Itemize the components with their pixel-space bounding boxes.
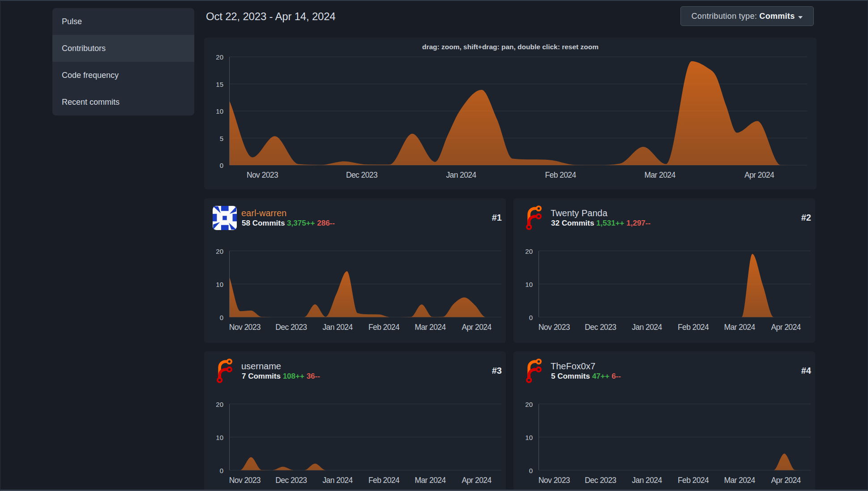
svg-text:Feb 2024: Feb 2024 — [368, 476, 400, 485]
svg-text:Apr 2024: Apr 2024 — [744, 171, 774, 179]
svg-text:Dec 2023: Dec 2023 — [346, 171, 377, 179]
svg-text:Nov 2023: Nov 2023 — [539, 476, 570, 485]
svg-text:10: 10 — [216, 281, 223, 288]
svg-text:Jan 2024: Jan 2024 — [322, 476, 353, 485]
svg-text:10: 10 — [216, 434, 223, 441]
svg-text:Mar 2024: Mar 2024 — [644, 171, 676, 179]
svg-text:Apr 2024: Apr 2024 — [462, 476, 492, 485]
svg-text:Jan 2024: Jan 2024 — [632, 323, 662, 332]
svg-text:Dec 2023: Dec 2023 — [275, 476, 307, 485]
svg-text:Dec 2023: Dec 2023 — [275, 323, 307, 332]
svg-text:Mar 2024: Mar 2024 — [415, 476, 446, 485]
svg-text:Nov 2023: Nov 2023 — [539, 323, 570, 332]
svg-text:Nov 2023: Nov 2023 — [229, 323, 261, 332]
svg-text:Jan 2024: Jan 2024 — [446, 171, 476, 179]
svg-text:Feb 2024: Feb 2024 — [368, 323, 400, 332]
svg-text:10: 10 — [525, 434, 533, 441]
svg-text:Nov 2023: Nov 2023 — [229, 476, 261, 485]
svg-text:10: 10 — [525, 281, 533, 288]
svg-text:Apr 2024: Apr 2024 — [771, 476, 801, 485]
svg-text:Nov 2023: Nov 2023 — [247, 171, 278, 179]
svg-text:15: 15 — [216, 81, 223, 88]
svg-text:20: 20 — [216, 53, 223, 61]
svg-text:Dec 2023: Dec 2023 — [585, 476, 616, 485]
svg-text:20: 20 — [525, 401, 533, 408]
svg-text:20: 20 — [216, 401, 223, 408]
svg-text:Apr 2024: Apr 2024 — [771, 323, 801, 332]
svg-text:0: 0 — [220, 314, 223, 321]
svg-text:5: 5 — [220, 135, 223, 142]
svg-text:Feb 2024: Feb 2024 — [678, 476, 709, 485]
svg-text:Feb 2024: Feb 2024 — [545, 171, 576, 179]
svg-text:10: 10 — [216, 107, 223, 115]
svg-text:drag: zoom, shift+drag: pan, d: drag: zoom, shift+drag: pan, double clic… — [422, 43, 599, 51]
svg-text:Mar 2024: Mar 2024 — [415, 323, 446, 332]
svg-text:20: 20 — [216, 248, 223, 255]
svg-text:0: 0 — [529, 314, 533, 321]
svg-text:Dec 2023: Dec 2023 — [585, 323, 616, 332]
svg-text:0: 0 — [220, 467, 223, 474]
svg-text:Jan 2024: Jan 2024 — [322, 323, 353, 332]
svg-text:Apr 2024: Apr 2024 — [462, 323, 492, 332]
svg-text:Mar 2024: Mar 2024 — [724, 476, 755, 485]
svg-text:Mar 2024: Mar 2024 — [724, 323, 755, 332]
svg-text:Jan 2024: Jan 2024 — [632, 476, 662, 485]
svg-text:0: 0 — [220, 162, 223, 169]
svg-text:Feb 2024: Feb 2024 — [678, 323, 709, 332]
svg-text:0: 0 — [529, 467, 533, 474]
svg-text:20: 20 — [525, 248, 533, 255]
